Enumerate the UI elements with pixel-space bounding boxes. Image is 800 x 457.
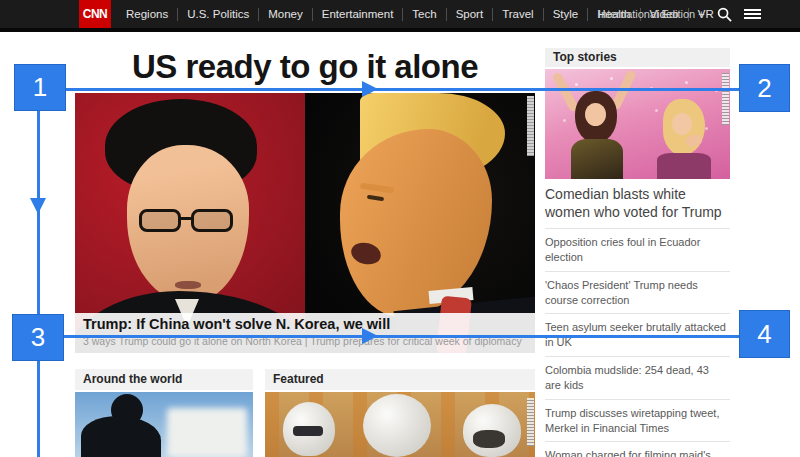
hero-caption-bar: Trump: If China won't solve N. Korea, we… [75,313,535,353]
annotation-line-1-2 [66,88,739,91]
kim-glasses-bridge [179,217,193,220]
annotation-arrow-right-top [362,81,378,97]
woman2-face [672,113,692,135]
featured-header: Featured [265,369,535,390]
annotation-line-vertical [37,111,40,457]
woman2-body [657,153,711,179]
photo-credit-strip [527,398,534,446]
annotation-arrow-right-bottom [362,328,378,344]
annotation-marker-3: 3 [12,314,64,361]
nav-item-regions[interactable]: Regions [117,8,177,21]
blurred-building-shape [167,408,247,457]
annotation-marker-2: 2 [739,64,790,112]
nav-item-money[interactable]: Money [258,8,312,21]
top-stories-item[interactable]: Colombia mudslide: 254 dead, 43 are kids [545,356,730,399]
top-stories-item[interactable]: Opposition cries foul in Ecuador electio… [545,228,730,271]
hazmat-goggles [293,426,323,436]
nav-item-sport[interactable]: Sport [446,8,493,21]
hazmat-face-shadow [473,430,505,448]
top-nav: CNN Regions U.S. Politics Money Entertai… [0,0,800,32]
woman1-body [571,139,623,179]
silhouette-body-shape [81,416,161,457]
cnn-logo[interactable]: CNN [79,0,111,28]
nav-item-tech[interactable]: Tech [402,8,445,21]
woman1-face [585,103,606,126]
nav-right-group: International Edition + [598,0,761,28]
annotation-marker-1: 1 [14,64,66,111]
cnn-homepage-screenshot: CNN Regions U.S. Politics Money Entertai… [0,0,800,457]
search-icon[interactable] [717,7,732,22]
around-the-world-header: Around the world [75,369,253,390]
top-stories-item[interactable]: 'Chaos President' Trump needs course cor… [545,271,730,314]
hero-image[interactable]: Trump: If China won't solve N. Korea, we… [75,93,535,353]
kim-glasses-left [139,209,181,232]
annotation-line-3-4 [64,335,739,338]
featured-image[interactable] [265,392,535,457]
nav-item-travel[interactable]: Travel [492,8,543,21]
hero-caption-headline[interactable]: Trump: If China won't solve N. Korea, we… [83,316,527,332]
top-stories-image[interactable] [545,69,730,179]
kim-glasses-right [191,209,233,232]
top-stories-item[interactable]: Trump discusses wiretapping tweet, Merke… [545,399,730,442]
top-stories-list: Opposition cries foul in Ecuador electio… [545,228,730,457]
annotation-marker-4: 4 [739,310,790,358]
nav-item-us-politics[interactable]: U.S. Politics [177,8,258,21]
hero-headline[interactable]: US ready to go it alone [75,48,535,86]
hazmat-hood-center [363,394,431,457]
menu-icon[interactable] [744,7,761,21]
top-stories-header: Top stories [545,48,730,67]
kim-mouth-shape [175,281,201,289]
nav-item-style[interactable]: Style [543,8,588,21]
nav-item-entertainment[interactable]: Entertainment [312,8,403,21]
photo-credit-strip [722,73,729,125]
annotation-arrow-down [30,198,46,214]
top-stories-lead-headline[interactable]: Comedian blasts white women who voted fo… [545,186,730,221]
around-the-world-image[interactable] [75,392,253,457]
edition-selector[interactable]: International Edition + [598,8,705,20]
photo-credit-strip [527,96,534,156]
top-stories-item[interactable]: Woman charged for filming maid's fall [545,441,730,457]
top-stories-sidebar: Top stories Comedian blasts white women … [545,48,730,457]
